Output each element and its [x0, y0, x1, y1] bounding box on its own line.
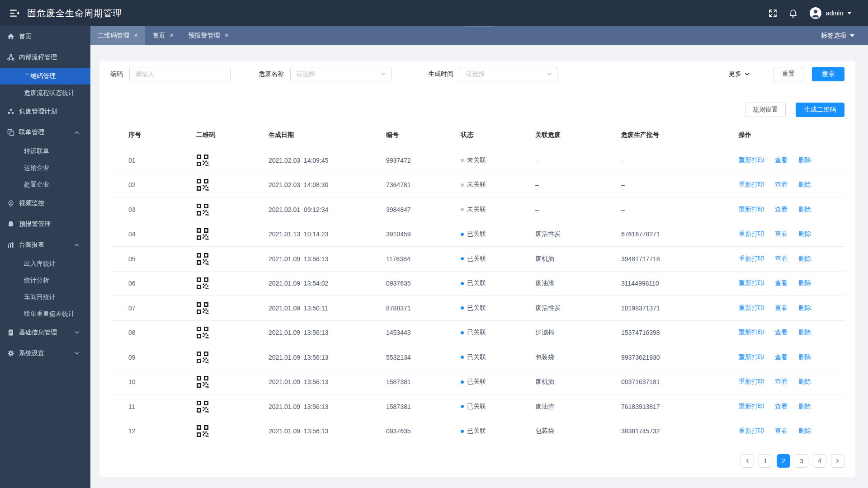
reprint-link[interactable]: 重新打印 — [739, 304, 764, 312]
view-link[interactable]: 查看 — [775, 230, 788, 238]
qr-code-icon[interactable] — [196, 375, 209, 388]
row-code: 0937635 — [368, 280, 443, 287]
page-button-2[interactable]: 2 — [777, 454, 790, 468]
fullscreen-icon[interactable] — [769, 9, 777, 18]
qr-code-icon[interactable] — [196, 277, 209, 290]
view-link[interactable]: 查看 — [775, 181, 788, 189]
close-icon[interactable]: ✕ — [170, 33, 174, 38]
delete-link[interactable]: 删除 — [798, 206, 811, 214]
reprint-link[interactable]: 重新打印 — [739, 156, 764, 164]
view-link[interactable]: 查看 — [775, 378, 788, 386]
reset-button[interactable]: 重置 — [774, 67, 803, 81]
reprint-link[interactable]: 重新打印 — [739, 328, 764, 337]
generate-time-select[interactable]: 请选择 — [460, 67, 557, 81]
row-waste: 废油渣 — [517, 403, 603, 411]
qr-code-icon[interactable] — [196, 425, 209, 437]
sidebar-item-waste-management-plan[interactable]: 危废管理计划 — [0, 101, 90, 122]
view-link[interactable]: 查看 — [775, 279, 788, 287]
qr-code-icon[interactable] — [196, 203, 209, 216]
tab-qrcode-management[interactable]: 二维码管理 ✕ — [90, 26, 145, 45]
content-area: 编码 危废名称 请选择 生成时间 请选择 更多 — [90, 45, 868, 488]
search-button[interactable]: 搜索 — [812, 67, 844, 81]
sidebar-item-inout-warehouse-stats[interactable]: 出入库统计 — [0, 255, 90, 272]
qr-code-icon[interactable] — [196, 178, 209, 191]
close-icon[interactable]: ✕ — [134, 33, 138, 38]
page-button-3[interactable]: 3 — [795, 454, 808, 468]
sidebar-item-alarm-management[interactable]: 预报警管理 — [0, 214, 90, 235]
row-actions: 重新打印 查看 删除 — [721, 255, 844, 263]
reprint-link[interactable]: 重新打印 — [739, 206, 764, 214]
code-input[interactable] — [129, 67, 231, 81]
delete-link[interactable]: 删除 — [798, 353, 811, 361]
prev-page-button[interactable] — [741, 454, 754, 468]
sidebar-item-disposal-company[interactable]: 处置企业 — [0, 176, 90, 193]
reprint-link[interactable]: 重新打印 — [739, 353, 764, 361]
qr-code-icon[interactable] — [196, 154, 209, 167]
reprint-link[interactable]: 重新打印 — [739, 427, 764, 435]
sidebar-item-ledger-reports[interactable]: 台账报表 — [0, 235, 90, 255]
row-waste: 废活性炭 — [517, 230, 603, 238]
view-link[interactable]: 查看 — [775, 255, 788, 263]
sidebar-item-manifest-management[interactable]: 联单管理 — [0, 122, 90, 143]
notification-bell-icon[interactable] — [789, 9, 797, 18]
waste-name-select[interactable]: 请选择 — [290, 67, 392, 81]
sidebar-item-workshop-daily-stats[interactable]: 车间日统计 — [0, 289, 90, 305]
qr-code-icon[interactable] — [196, 326, 209, 339]
row-code: 1587381 — [368, 378, 443, 385]
qr-code-icon[interactable] — [196, 400, 209, 413]
reprint-link[interactable]: 重新打印 — [739, 279, 764, 287]
sidebar-item-system-settings[interactable]: 系统设置 — [0, 343, 90, 364]
sidebar-item-manifest-weight-deviation[interactable]: 联单重量偏差统计 — [0, 305, 90, 322]
sidebar-item-qrcode-management[interactable]: 二维码管理 — [0, 68, 90, 84]
sidebar-item-statistical-analysis[interactable]: 统计分析 — [0, 272, 90, 289]
reprint-link[interactable]: 重新打印 — [739, 230, 764, 238]
sidebar-item-transfer-manifest[interactable]: 转运联单 — [0, 143, 90, 160]
view-link[interactable]: 查看 — [775, 427, 788, 435]
next-page-button[interactable] — [831, 454, 844, 468]
view-link[interactable]: 查看 — [775, 403, 788, 411]
reprint-link[interactable]: 重新打印 — [739, 403, 764, 411]
more-filters-toggle[interactable]: 更多 — [729, 70, 750, 78]
delete-link[interactable]: 删除 — [798, 427, 811, 435]
page-button-4[interactable]: 4 — [813, 454, 826, 468]
reprint-link[interactable]: 重新打印 — [739, 181, 764, 189]
qr-code-icon[interactable] — [196, 302, 209, 314]
qr-code-icon[interactable] — [196, 253, 209, 265]
chevron-left-icon — [745, 458, 750, 464]
delete-link[interactable]: 删除 — [798, 403, 811, 411]
qr-code-icon[interactable] — [196, 351, 209, 364]
col-qrcode: 二维码 — [178, 131, 250, 139]
page-button-1[interactable]: 1 — [759, 454, 772, 468]
tab-alarm-management[interactable]: 预报警管理 ✕ — [181, 26, 236, 45]
tab-home[interactable]: 首页 ✕ — [145, 26, 181, 45]
menu-fold-icon[interactable] — [10, 9, 19, 17]
delete-link[interactable]: 删除 — [798, 304, 811, 312]
close-icon[interactable]: ✕ — [224, 33, 228, 38]
row-qrcode — [178, 302, 250, 314]
tab-options-dropdown[interactable]: 标签选项 — [821, 26, 854, 45]
view-link[interactable]: 查看 — [775, 156, 788, 164]
delete-link[interactable]: 删除 — [798, 378, 811, 386]
qr-code-icon[interactable] — [196, 228, 209, 240]
sidebar-item-basic-info-management[interactable]: 基础信息管理 — [0, 322, 90, 343]
delete-link[interactable]: 删除 — [798, 255, 811, 263]
rule-settings-button[interactable]: 规则设置 — [745, 103, 786, 117]
sidebar-item-waste-process-status[interactable]: 危废流程状态统计 — [0, 84, 90, 101]
reprint-link[interactable]: 重新打印 — [739, 378, 764, 386]
sidebar-item-internal-process[interactable]: 内部流程管理 — [0, 47, 90, 68]
delete-link[interactable]: 删除 — [798, 181, 811, 189]
reprint-link[interactable]: 重新打印 — [739, 255, 764, 263]
delete-link[interactable]: 删除 — [798, 156, 811, 164]
delete-link[interactable]: 删除 — [798, 279, 811, 287]
delete-link[interactable]: 删除 — [798, 328, 811, 337]
delete-link[interactable]: 删除 — [798, 230, 811, 238]
sidebar-item-transport-company[interactable]: 运输企业 — [0, 160, 90, 176]
generate-qrcode-button[interactable]: 生成二维码 — [796, 103, 844, 117]
view-link[interactable]: 查看 — [775, 304, 788, 312]
view-link[interactable]: 查看 — [775, 353, 788, 361]
view-link[interactable]: 查看 — [775, 328, 788, 337]
user-menu[interactable]: admin — [809, 7, 852, 19]
view-link[interactable]: 查看 — [775, 206, 788, 214]
sidebar-item-video-monitoring[interactable]: 视频监控 — [0, 193, 90, 214]
sidebar-item-home[interactable]: 首页 — [0, 26, 90, 47]
